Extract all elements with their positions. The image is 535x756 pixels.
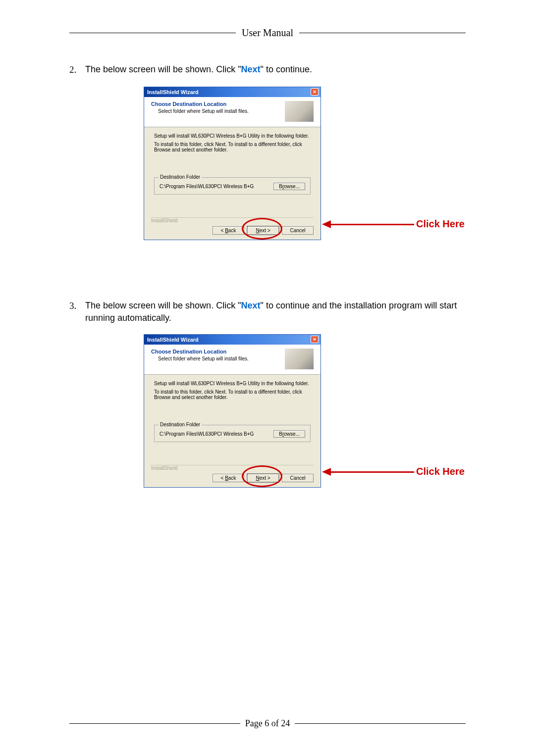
click-here-label: Click Here — [416, 466, 465, 477]
next-button[interactable]: Next > — [247, 226, 279, 235]
wizard-header: Choose Destination Location Select folde… — [144, 345, 321, 375]
wizard-line1: Setup will install WL630PCI Wireless B+G… — [154, 381, 311, 386]
wizard-content: Setup will install WL630PCI Wireless B+G… — [144, 375, 321, 464]
step-number: 2. — [69, 63, 85, 77]
wizard-content: Setup will install WL630PCI Wireless B+G… — [144, 127, 321, 216]
wizard-subheading: Select folder where Setup will install f… — [151, 356, 282, 361]
destination-folder-group: Destination Folder C:\Program Files\WL63… — [154, 425, 311, 442]
close-icon[interactable]: × — [311, 336, 319, 343]
step-highlight: Next — [241, 301, 261, 310]
cancel-button[interactable]: Cancel — [282, 474, 314, 482]
wizard-line2: To install to this folder, click Next. T… — [154, 142, 311, 152]
wizard-line2: To install to this folder, click Next. T… — [154, 389, 311, 400]
page-header: User Manual — [69, 27, 466, 39]
browse-button[interactable]: Browse... — [273, 183, 305, 190]
header-line-left — [69, 33, 236, 33]
wizard-subheading: Select folder where Setup will install f… — [151, 108, 282, 114]
wizard-banner-image — [285, 101, 314, 122]
page-number: Page 6 of 24 — [240, 718, 295, 729]
wizard-header: Choose Destination Location Select folde… — [144, 97, 321, 127]
wizard-line1: Setup will install WL630PCI Wireless B+G… — [154, 133, 311, 139]
destination-path: C:\Program Files\WL630PCI Wireless B+G — [160, 184, 254, 189]
installshield-window: InstallShield Wizard × Choose Destinatio… — [144, 87, 321, 240]
arrow-line — [330, 471, 414, 473]
step-body: The below screen will be shown. Click "N… — [85, 63, 466, 77]
wizard-footer: InstallShield < Back Next > Cancel — [144, 464, 321, 487]
destination-folder-group: Destination Folder C:\Program Files\WL63… — [154, 177, 311, 195]
wizard-2-wrap: InstallShield Wizard × Choose Destinatio… — [144, 334, 419, 488]
titlebar: InstallShield Wizard × — [144, 335, 321, 345]
step-body: The below screen will be shown. Click "N… — [85, 300, 466, 324]
installshield-window: InstallShield Wizard × Choose Destinatio… — [144, 334, 321, 488]
back-button[interactable]: < Back — [213, 226, 244, 235]
titlebar-text: InstallShield Wizard — [146, 89, 311, 95]
installshield-brand: InstallShield — [151, 465, 314, 471]
wizard-heading: Choose Destination Location — [151, 101, 282, 107]
arrow-line — [330, 224, 414, 225]
titlebar-text: InstallShield Wizard — [146, 337, 311, 343]
step-highlight: Next — [241, 64, 261, 74]
click-here-label: Click Here — [416, 218, 465, 230]
destination-legend: Destination Folder — [159, 422, 202, 427]
installshield-brand: InstallShield — [151, 217, 314, 223]
titlebar: InstallShield Wizard × — [144, 87, 321, 97]
wizard-footer: InstallShield < Back Next > Cancel — [144, 216, 321, 240]
wizard-1-wrap: InstallShield Wizard × Choose Destinatio… — [144, 87, 419, 240]
wizard-banner-image — [285, 349, 314, 369]
step-suffix: " to continue. — [261, 64, 312, 74]
footer-line-left — [69, 723, 240, 724]
step-3: 3. The below screen will be shown. Click… — [69, 300, 466, 488]
wizard-heading: Choose Destination Location — [151, 349, 282, 354]
destination-path: C:\Program Files\WL630PCI Wireless B+G — [160, 431, 254, 437]
header-line-right — [299, 33, 466, 33]
browse-button[interactable]: Browse... — [273, 430, 305, 438]
close-icon[interactable]: × — [311, 88, 319, 96]
footer-line-right — [295, 723, 466, 724]
step-prefix: The below screen will be shown. Click " — [85, 64, 241, 74]
next-button[interactable]: Next > — [247, 474, 279, 482]
step-2: 2. The below screen will be shown. Click… — [69, 63, 466, 240]
step-number: 3. — [69, 300, 85, 324]
destination-legend: Destination Folder — [159, 174, 202, 180]
page-footer: Page 6 of 24 — [69, 718, 466, 729]
cancel-button[interactable]: Cancel — [282, 226, 314, 235]
header-title: User Manual — [236, 27, 299, 39]
back-button[interactable]: < Back — [213, 474, 244, 482]
step-prefix: The below screen will be shown. Click " — [85, 301, 241, 310]
